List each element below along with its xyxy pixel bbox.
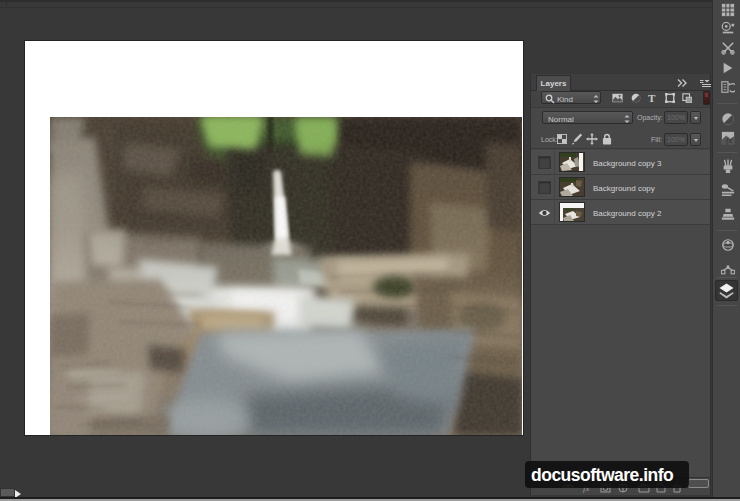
svg-text:fx: fx [726, 136, 732, 145]
